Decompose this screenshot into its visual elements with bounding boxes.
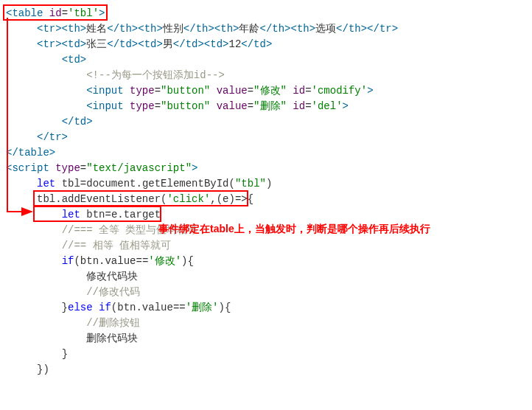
code-line: <table — [6, 7, 43, 19]
comment: //修改代码 — [86, 286, 140, 298]
code-block: <table id='tbl'> <tr><th>姓名</th><th>性别</… — [6, 6, 526, 378]
comment: <!--为每一个按钮添加id--> — [86, 69, 225, 81]
comment: //删除按钮 — [86, 317, 140, 329]
annotation-text: 事件绑定在table上，当触发时，判断是哪个操作再后续执行 — [158, 221, 430, 237]
comment: //== 相等 值相等就可 — [62, 240, 171, 251]
